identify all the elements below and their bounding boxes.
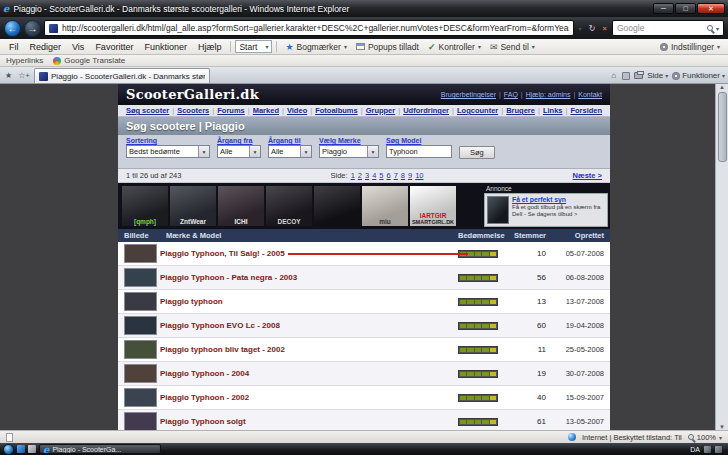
nav-link[interactable]: Brugere [506, 106, 543, 115]
scroll-up-button[interactable]: ▲ [719, 84, 725, 90]
ad-banner[interactable] [314, 186, 360, 226]
chevron-down-icon[interactable]: ▾ [265, 43, 268, 50]
scooter-thumbnail[interactable] [124, 244, 157, 263]
stop-button[interactable]: × [600, 24, 609, 33]
chevron-down-icon[interactable]: ▼ [198, 146, 209, 157]
start-button[interactable] [3, 444, 14, 455]
popups-button[interactable]: Popups tilladt [352, 41, 423, 53]
menu-item[interactable]: Rediger [25, 41, 67, 53]
favorites-button[interactable]: ★ [3, 71, 14, 80]
scooter-thumbnail[interactable] [124, 292, 157, 311]
annonce-title-link[interactable]: Få et perfekt syn [512, 196, 605, 203]
url-field[interactable]: http://scootergalleri.dk/html/gal_alle.a… [44, 20, 574, 36]
model-input[interactable]: Typhoon [386, 145, 452, 158]
check-button[interactable]: ✓ Kontroller ▾ [424, 41, 485, 53]
top-link[interactable]: Hjælp: admins [526, 91, 579, 98]
nav-link[interactable]: Marked [253, 106, 287, 115]
back-button[interactable]: ← [4, 20, 21, 37]
language-indicator[interactable]: DA [690, 446, 700, 453]
start-combo-label[interactable]: Start [239, 42, 257, 52]
page-link[interactable]: 2 [358, 171, 362, 180]
vertical-scrollbar[interactable]: ▲ ▼ [715, 84, 728, 430]
ad-banner[interactable]: ZntWear [170, 186, 216, 226]
result-row[interactable]: Piaggio Typhoon EVO Lc - 2008 60 19-04-2… [118, 314, 610, 338]
zoom-control[interactable]: 100% ▾ [688, 433, 722, 442]
menu-item[interactable]: Favoritter [90, 41, 138, 53]
taskbar-window-button[interactable]: e Piaggio - ScooterGa... [39, 444, 161, 454]
result-row[interactable]: Piaggio Typhoon - 2004 19 30-07-2008 [118, 362, 610, 386]
page-link[interactable]: 1 [351, 171, 355, 180]
close-button[interactable]: ✕ [697, 3, 725, 14]
model-link[interactable]: Piaggio Typhoon - 2004 [157, 369, 458, 378]
search-icon[interactable] [707, 25, 713, 31]
url-dropdown-button[interactable]: ▾ [577, 25, 584, 32]
page-link[interactable]: 8 [401, 171, 405, 180]
sort-select[interactable]: Bedst bedømte ▼ [126, 145, 210, 158]
menu-item[interactable]: Funktioner [139, 41, 192, 53]
nav-link[interactable]: Scooters [177, 106, 217, 115]
model-link[interactable]: Piaggio Typhoon - 2002 [157, 393, 458, 402]
ad-banner[interactable]: miu [362, 186, 408, 226]
menu-item[interactable]: Hjælp [193, 41, 227, 53]
nav-link[interactable]: Fotoalbums [315, 106, 365, 115]
page-link[interactable]: 3 [365, 171, 369, 180]
ad-banner[interactable]: ICHI [218, 186, 264, 226]
ad-banner[interactable]: IARTGIR SMARTGIRL.DK [410, 186, 456, 226]
page-link[interactable]: 6 [387, 171, 391, 180]
nav-link[interactable]: Video [287, 106, 315, 115]
print-button[interactable] [634, 72, 643, 79]
year-from-select[interactable]: Alle ▼ [217, 145, 261, 158]
zoom-level[interactable]: 100% [697, 433, 716, 442]
model-link[interactable]: Piaggio typhoon [157, 297, 458, 306]
quick-launch-desktop-icon[interactable] [28, 445, 36, 453]
result-row[interactable]: Piaggio Typhoon, Til Salg! - 2005 10 05-… [118, 242, 610, 266]
search-input[interactable]: Google [617, 23, 704, 33]
tray-icon[interactable] [704, 446, 711, 453]
scooter-thumbnail[interactable] [124, 364, 157, 383]
nav-link[interactable]: Grupper [366, 106, 404, 115]
scooter-thumbnail[interactable] [124, 268, 157, 287]
settings-button[interactable]: Indstillinger ▾ [656, 41, 724, 53]
page-link[interactable]: 4 [372, 171, 376, 180]
nav-link[interactable]: Links [543, 106, 571, 115]
result-row[interactable]: Piaggio Typhoon solgt 61 13-05-2007 [118, 410, 610, 430]
refresh-button[interactable]: ↻ [587, 24, 598, 33]
annonce-ad[interactable]: Få et perfekt syn Få et godt tilbud på e… [484, 193, 608, 227]
ad-banner[interactable]: DECOY [266, 186, 312, 226]
year-to-select[interactable]: Alle ▼ [268, 145, 312, 158]
ad-banner[interactable]: [qmph] [122, 186, 168, 226]
top-link[interactable]: FAQ [504, 91, 526, 98]
model-link[interactable]: Piaggio Typhoon EVO Lc - 2008 [157, 321, 458, 330]
menu-item[interactable]: Fil [4, 41, 24, 53]
search-dropdown-icon[interactable]: ▾ [716, 25, 719, 32]
next-page-link[interactable]: Næste > [573, 171, 602, 180]
rss-icon[interactable] [622, 72, 630, 80]
model-link[interactable]: Piaggio Typhoon solgt [157, 417, 458, 426]
page-link[interactable]: 9 [408, 171, 412, 180]
result-row[interactable]: Piaggio typhoon bliv taget - 2002 11 25-… [118, 338, 610, 362]
model-link[interactable]: Piaggio Typhoon - Pata negra - 2003 [157, 273, 458, 282]
nav-link[interactable]: Forsiden [570, 106, 602, 115]
site-logo[interactable]: ScooterGalleri.dk [126, 87, 259, 102]
model-link[interactable]: Piaggio typhoon bliv taget - 2002 [157, 345, 458, 354]
nav-link[interactable]: Forums [217, 106, 252, 115]
links-bar-item[interactable]: Google Translate [53, 56, 125, 65]
url-text[interactable]: http://scootergalleri.dk/html/gal_alle.a… [62, 23, 569, 33]
scooter-thumbnail[interactable] [124, 412, 157, 430]
result-row[interactable]: Piaggio typhoon 13 13-07-2008 [118, 290, 610, 314]
page-link[interactable]: 7 [394, 171, 398, 180]
result-row[interactable]: Piaggio Typhoon - 2002 40 15-09-2007 [118, 386, 610, 410]
tab-title[interactable]: Piaggio - ScooterGalleri.dk - Danmarks s… [51, 72, 205, 81]
home-button[interactable]: ⌂ [609, 71, 618, 80]
scroll-thumb[interactable] [718, 92, 727, 162]
top-link[interactable]: Kontakt [578, 91, 602, 98]
result-row[interactable]: Piaggio Typhoon - Pata negra - 2003 56 0… [118, 266, 610, 290]
add-favorite-button[interactable]: ☆+ [16, 71, 32, 80]
menu-item[interactable]: Vis [67, 41, 89, 53]
page-menu-button[interactable]: Side ▾ [647, 71, 668, 80]
browser-tab[interactable]: Piaggio - ScooterGalleri.dk - Danmarks s… [34, 68, 210, 83]
chevron-down-icon[interactable]: ▼ [367, 146, 378, 157]
search-button[interactable]: Søg [459, 146, 495, 159]
brand-select[interactable]: Piaggio ▼ [319, 145, 379, 158]
maximize-button[interactable]: □ [675, 3, 696, 14]
